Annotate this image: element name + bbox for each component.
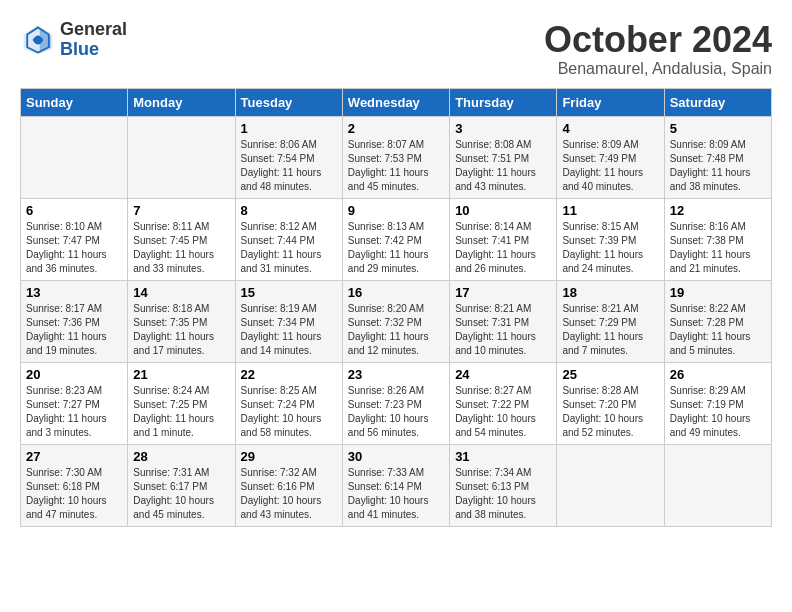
header-saturday: Saturday (664, 88, 771, 116)
header-wednesday: Wednesday (342, 88, 449, 116)
calendar-cell: 26Sunrise: 8:29 AMSunset: 7:19 PMDayligh… (664, 362, 771, 444)
day-number: 25 (562, 367, 658, 382)
day-number: 23 (348, 367, 444, 382)
day-number: 14 (133, 285, 229, 300)
day-number: 6 (26, 203, 122, 218)
day-info: Sunrise: 7:32 AMSunset: 6:16 PMDaylight:… (241, 466, 337, 522)
day-info: Sunrise: 8:21 AMSunset: 7:31 PMDaylight:… (455, 302, 551, 358)
page-header: General Blue October 2024 Benamaurel, An… (20, 20, 772, 78)
day-info: Sunrise: 7:34 AMSunset: 6:13 PMDaylight:… (455, 466, 551, 522)
day-number: 21 (133, 367, 229, 382)
calendar-table: SundayMondayTuesdayWednesdayThursdayFrid… (20, 88, 772, 527)
day-number: 1 (241, 121, 337, 136)
day-number: 12 (670, 203, 766, 218)
calendar-cell: 16Sunrise: 8:20 AMSunset: 7:32 PMDayligh… (342, 280, 449, 362)
day-info: Sunrise: 8:22 AMSunset: 7:28 PMDaylight:… (670, 302, 766, 358)
day-number: 29 (241, 449, 337, 464)
header-thursday: Thursday (450, 88, 557, 116)
calendar-cell (21, 116, 128, 198)
day-info: Sunrise: 8:09 AMSunset: 7:49 PMDaylight:… (562, 138, 658, 194)
day-info: Sunrise: 8:19 AMSunset: 7:34 PMDaylight:… (241, 302, 337, 358)
day-info: Sunrise: 8:21 AMSunset: 7:29 PMDaylight:… (562, 302, 658, 358)
day-info: Sunrise: 8:13 AMSunset: 7:42 PMDaylight:… (348, 220, 444, 276)
logo-icon (20, 22, 56, 58)
calendar-cell: 17Sunrise: 8:21 AMSunset: 7:31 PMDayligh… (450, 280, 557, 362)
calendar-cell: 27Sunrise: 7:30 AMSunset: 6:18 PMDayligh… (21, 444, 128, 526)
day-number: 27 (26, 449, 122, 464)
calendar-cell: 29Sunrise: 7:32 AMSunset: 6:16 PMDayligh… (235, 444, 342, 526)
day-number: 7 (133, 203, 229, 218)
day-info: Sunrise: 8:26 AMSunset: 7:23 PMDaylight:… (348, 384, 444, 440)
day-number: 4 (562, 121, 658, 136)
calendar-cell (128, 116, 235, 198)
calendar-cell: 14Sunrise: 8:18 AMSunset: 7:35 PMDayligh… (128, 280, 235, 362)
title-block: October 2024 Benamaurel, Andalusia, Spai… (544, 20, 772, 78)
logo: General Blue (20, 20, 127, 60)
day-info: Sunrise: 7:33 AMSunset: 6:14 PMDaylight:… (348, 466, 444, 522)
day-info: Sunrise: 8:11 AMSunset: 7:45 PMDaylight:… (133, 220, 229, 276)
day-number: 30 (348, 449, 444, 464)
day-info: Sunrise: 8:17 AMSunset: 7:36 PMDaylight:… (26, 302, 122, 358)
day-number: 24 (455, 367, 551, 382)
day-number: 16 (348, 285, 444, 300)
day-number: 5 (670, 121, 766, 136)
calendar-cell (664, 444, 771, 526)
calendar-cell: 25Sunrise: 8:28 AMSunset: 7:20 PMDayligh… (557, 362, 664, 444)
header-tuesday: Tuesday (235, 88, 342, 116)
day-number: 3 (455, 121, 551, 136)
calendar-header-row: SundayMondayTuesdayWednesdayThursdayFrid… (21, 88, 772, 116)
day-info: Sunrise: 8:16 AMSunset: 7:38 PMDaylight:… (670, 220, 766, 276)
day-number: 8 (241, 203, 337, 218)
calendar-cell: 9Sunrise: 8:13 AMSunset: 7:42 PMDaylight… (342, 198, 449, 280)
day-number: 11 (562, 203, 658, 218)
day-number: 2 (348, 121, 444, 136)
calendar-cell: 18Sunrise: 8:21 AMSunset: 7:29 PMDayligh… (557, 280, 664, 362)
logo-text: General Blue (60, 20, 127, 60)
calendar-cell: 30Sunrise: 7:33 AMSunset: 6:14 PMDayligh… (342, 444, 449, 526)
day-number: 22 (241, 367, 337, 382)
day-number: 28 (133, 449, 229, 464)
month-title: October 2024 (544, 20, 772, 60)
calendar-cell: 24Sunrise: 8:27 AMSunset: 7:22 PMDayligh… (450, 362, 557, 444)
calendar-cell: 8Sunrise: 8:12 AMSunset: 7:44 PMDaylight… (235, 198, 342, 280)
day-info: Sunrise: 7:30 AMSunset: 6:18 PMDaylight:… (26, 466, 122, 522)
calendar-cell: 6Sunrise: 8:10 AMSunset: 7:47 PMDaylight… (21, 198, 128, 280)
day-info: Sunrise: 8:25 AMSunset: 7:24 PMDaylight:… (241, 384, 337, 440)
day-info: Sunrise: 8:23 AMSunset: 7:27 PMDaylight:… (26, 384, 122, 440)
calendar-cell: 11Sunrise: 8:15 AMSunset: 7:39 PMDayligh… (557, 198, 664, 280)
calendar-cell: 22Sunrise: 8:25 AMSunset: 7:24 PMDayligh… (235, 362, 342, 444)
header-friday: Friday (557, 88, 664, 116)
day-number: 15 (241, 285, 337, 300)
day-info: Sunrise: 8:09 AMSunset: 7:48 PMDaylight:… (670, 138, 766, 194)
calendar-week-row: 13Sunrise: 8:17 AMSunset: 7:36 PMDayligh… (21, 280, 772, 362)
calendar-cell: 4Sunrise: 8:09 AMSunset: 7:49 PMDaylight… (557, 116, 664, 198)
day-info: Sunrise: 8:12 AMSunset: 7:44 PMDaylight:… (241, 220, 337, 276)
day-number: 19 (670, 285, 766, 300)
calendar-cell: 7Sunrise: 8:11 AMSunset: 7:45 PMDaylight… (128, 198, 235, 280)
day-info: Sunrise: 8:14 AMSunset: 7:41 PMDaylight:… (455, 220, 551, 276)
calendar-cell: 28Sunrise: 7:31 AMSunset: 6:17 PMDayligh… (128, 444, 235, 526)
calendar-cell: 5Sunrise: 8:09 AMSunset: 7:48 PMDaylight… (664, 116, 771, 198)
calendar-cell: 23Sunrise: 8:26 AMSunset: 7:23 PMDayligh… (342, 362, 449, 444)
location-subtitle: Benamaurel, Andalusia, Spain (544, 60, 772, 78)
day-number: 20 (26, 367, 122, 382)
calendar-week-row: 1Sunrise: 8:06 AMSunset: 7:54 PMDaylight… (21, 116, 772, 198)
day-number: 31 (455, 449, 551, 464)
day-number: 10 (455, 203, 551, 218)
calendar-cell (557, 444, 664, 526)
calendar-cell: 2Sunrise: 8:07 AMSunset: 7:53 PMDaylight… (342, 116, 449, 198)
calendar-week-row: 20Sunrise: 8:23 AMSunset: 7:27 PMDayligh… (21, 362, 772, 444)
day-info: Sunrise: 8:07 AMSunset: 7:53 PMDaylight:… (348, 138, 444, 194)
calendar-cell: 19Sunrise: 8:22 AMSunset: 7:28 PMDayligh… (664, 280, 771, 362)
day-info: Sunrise: 8:08 AMSunset: 7:51 PMDaylight:… (455, 138, 551, 194)
day-info: Sunrise: 7:31 AMSunset: 6:17 PMDaylight:… (133, 466, 229, 522)
day-number: 17 (455, 285, 551, 300)
calendar-cell: 15Sunrise: 8:19 AMSunset: 7:34 PMDayligh… (235, 280, 342, 362)
calendar-cell: 12Sunrise: 8:16 AMSunset: 7:38 PMDayligh… (664, 198, 771, 280)
day-number: 26 (670, 367, 766, 382)
calendar-week-row: 27Sunrise: 7:30 AMSunset: 6:18 PMDayligh… (21, 444, 772, 526)
day-info: Sunrise: 8:29 AMSunset: 7:19 PMDaylight:… (670, 384, 766, 440)
calendar-cell: 1Sunrise: 8:06 AMSunset: 7:54 PMDaylight… (235, 116, 342, 198)
calendar-cell: 31Sunrise: 7:34 AMSunset: 6:13 PMDayligh… (450, 444, 557, 526)
day-number: 18 (562, 285, 658, 300)
